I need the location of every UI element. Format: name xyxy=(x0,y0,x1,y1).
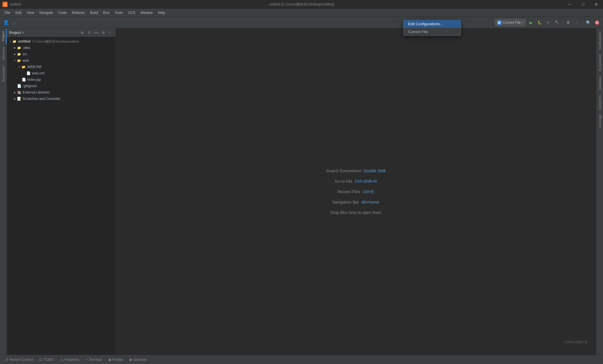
stop-button[interactable]: ⏹ xyxy=(544,19,552,26)
left-tab-project[interactable]: Project xyxy=(0,28,7,44)
panel-header: Project ▾ ⊞ ☰ ⟺ ⚙ ─ xyxy=(7,28,115,37)
dropdown-edit-configurations[interactable]: Edit Configurations... xyxy=(403,20,461,28)
tree-idea-folder[interactable]: ▶ 📁 .idea xyxy=(7,45,115,51)
panel-sort-icon[interactable]: ⟺ xyxy=(93,30,99,36)
profiler-icon: ◉ xyxy=(108,358,111,362)
tree-gitignore-icon: 📄 xyxy=(17,84,21,88)
maximize-button[interactable]: □ xyxy=(576,0,590,9)
main-layout: Project Structure Bookmarks Project ▾ ⊞ … xyxy=(0,28,603,355)
bottom-tab-profiler-label: Profiler xyxy=(112,358,123,362)
tree-webinf-label: WEB-INF xyxy=(27,65,42,69)
panel-collapse-icon[interactable]: ⊞ xyxy=(79,30,85,36)
right-sidebar: Notifications AI Assistant Database Endp… xyxy=(596,28,603,355)
bottom-tab-terminal[interactable]: > Terminal xyxy=(83,356,105,363)
left-tab-bookmarks[interactable]: Bookmarks xyxy=(1,63,6,85)
toolbar-account-icon[interactable]: 👤 xyxy=(2,19,10,26)
tree-root-arrow-icon: ▾ xyxy=(8,39,12,43)
menu-view[interactable]: View xyxy=(24,10,36,16)
hint-nav-text: Navigation Bar xyxy=(332,200,359,204)
tree-gitignore-file[interactable]: 📄 .gitignore xyxy=(7,83,115,89)
project-tree: ▾ 📁 untitled C:\Users\魏帅龙\Desktop\untitl… xyxy=(7,37,115,355)
menu-tools[interactable]: Tools xyxy=(112,10,125,16)
app-logo: J xyxy=(2,2,8,7)
notifications-button[interactable]: 🎯 xyxy=(593,19,601,26)
tree-root[interactable]: ▾ 📁 untitled C:\Users\魏帅龙\Desktop\untitl… xyxy=(7,38,115,45)
editor-area: Search Everywhere Double Shift Go to Fil… xyxy=(116,28,596,355)
tree-src-label: src xyxy=(23,52,27,56)
menu-file[interactable]: File xyxy=(2,10,12,16)
tree-gitignore-label: .gitignore xyxy=(23,84,37,88)
menu-navigate[interactable]: Navigate xyxy=(37,10,55,16)
menu-refactor[interactable]: Refactor xyxy=(70,10,87,16)
win-title-bar: J untitled untitled [C:\Users\魏帅龙\Deskto… xyxy=(0,0,603,9)
dropdown-current-file[interactable]: Current File xyxy=(403,28,461,36)
tree-indexjsp-file[interactable]: 📄 index.jsp xyxy=(7,76,115,83)
tree-web-label: web xyxy=(23,58,29,63)
run-button[interactable]: ▶ xyxy=(527,19,535,26)
right-tab-endpoints[interactable]: Endpoints xyxy=(597,93,603,112)
todo-icon: ☑ xyxy=(39,358,43,362)
tree-root-folder-icon: 📁 xyxy=(12,39,17,44)
bottom-tab-services[interactable]: ▶ Services xyxy=(127,356,150,363)
tree-web-arrow-icon: ▾ xyxy=(13,58,17,63)
menu-code[interactable]: Code xyxy=(56,10,69,16)
menu-run[interactable]: Run xyxy=(101,10,112,16)
left-tab-structure[interactable]: Structure xyxy=(1,44,6,63)
left-vtabs: Project Structure Bookmarks xyxy=(0,28,7,355)
minimize-button[interactable]: ─ xyxy=(563,0,576,9)
bottom-tab-problems[interactable]: ⚠ Problems xyxy=(57,356,82,363)
tree-idea-folder-icon: 📁 xyxy=(17,45,21,50)
right-tab-database[interactable]: Database xyxy=(597,74,603,92)
bottom-tab-todo-label: TODO xyxy=(44,358,54,362)
panel-settings-icon[interactable]: ⚙ xyxy=(100,30,106,36)
close-button[interactable]: ✕ xyxy=(590,0,603,9)
settings-button[interactable]: ⚙ xyxy=(564,19,572,26)
panel-list-icon[interactable]: ☰ xyxy=(86,30,92,36)
menu-build[interactable]: Build xyxy=(88,10,100,16)
run-config-label: Current File xyxy=(502,21,521,25)
project-panel: Project ▾ ⊞ ☰ ⟺ ⚙ ─ ▾ 📁 untitled C:\User… xyxy=(7,28,116,355)
bottom-bar: ⎇ Version Control ☑ TODO ⚠ Problems > Te… xyxy=(0,355,603,364)
tree-gitignore-spacer xyxy=(13,84,17,88)
app-title-label: untitled xyxy=(10,2,21,6)
toolbar-back-icon[interactable]: ← xyxy=(11,19,19,26)
menu-edit[interactable]: Edit xyxy=(13,10,24,16)
tree-src-folder-icon: 📁 xyxy=(17,52,21,56)
tree-webxml-file[interactable]: 📄 web.xml xyxy=(7,70,115,76)
tree-scratches-label: Scratches and Consoles xyxy=(23,97,60,101)
run-config-dropdown[interactable]: ▶ Current File ▾ xyxy=(495,19,526,26)
tree-root-path: C:\Users\魏帅龙\Desktop\untitled xyxy=(32,39,79,44)
tree-scratches-folder[interactable]: ▶ 📝 Scratches and Consoles xyxy=(7,96,115,102)
toolbar-sep-1 xyxy=(562,20,563,25)
tree-web-folder[interactable]: ▾ 📂 web xyxy=(7,57,115,64)
tree-web-folder-icon: 📂 xyxy=(17,58,21,63)
panel-dropdown-arrow-icon[interactable]: ▾ xyxy=(22,31,24,34)
tree-scratches-arrow-icon: ▶ xyxy=(13,97,17,101)
bottom-tab-profiler[interactable]: ◉ Profiler xyxy=(105,356,126,363)
tree-idea-label: .idea xyxy=(23,46,30,50)
search-everywhere-button[interactable]: 🔍 xyxy=(584,19,592,26)
panel-close-icon[interactable]: ─ xyxy=(107,30,113,36)
menu-help[interactable]: Help xyxy=(156,10,167,16)
debug-button[interactable]: 🐛 xyxy=(536,19,543,26)
tree-webinf-folder[interactable]: ▾ 📂 WEB-INF xyxy=(7,64,115,70)
right-tab-coverage[interactable]: Coverage xyxy=(597,112,603,131)
tree-src-folder[interactable]: ▶ 📁 src xyxy=(7,51,115,57)
bottom-tab-todo[interactable]: ☑ TODO xyxy=(36,356,56,363)
problems-icon: ⚠ xyxy=(60,358,63,362)
version-control-icon: ⎇ xyxy=(4,358,8,362)
menu-window[interactable]: Window xyxy=(138,10,155,16)
panel-title: Project xyxy=(9,31,21,35)
build-button[interactable]: 🔨 xyxy=(553,19,561,26)
hint-nav-bar: Navigation Bar Alt+Home xyxy=(332,200,379,204)
tree-scratches-icon: 📝 xyxy=(17,96,21,101)
watermark: CSDN @魏大龙 xyxy=(565,340,587,344)
tree-libraries-folder[interactable]: ▶ 📚 External Libraries xyxy=(7,89,115,96)
tree-indexjsp-label: index.jsp xyxy=(27,78,41,82)
bottom-tab-version-control-label: Version Control xyxy=(9,358,33,362)
right-tab-notifications[interactable]: Notifications xyxy=(597,30,603,52)
bottom-tab-version-control[interactable]: ⎇ Version Control xyxy=(1,356,36,363)
menu-vcs[interactable]: VCS xyxy=(126,10,138,16)
toolbar-stop2[interactable]: ⏸ xyxy=(573,19,581,26)
right-tab-ai-assistant[interactable]: AI Assistant xyxy=(597,52,603,73)
